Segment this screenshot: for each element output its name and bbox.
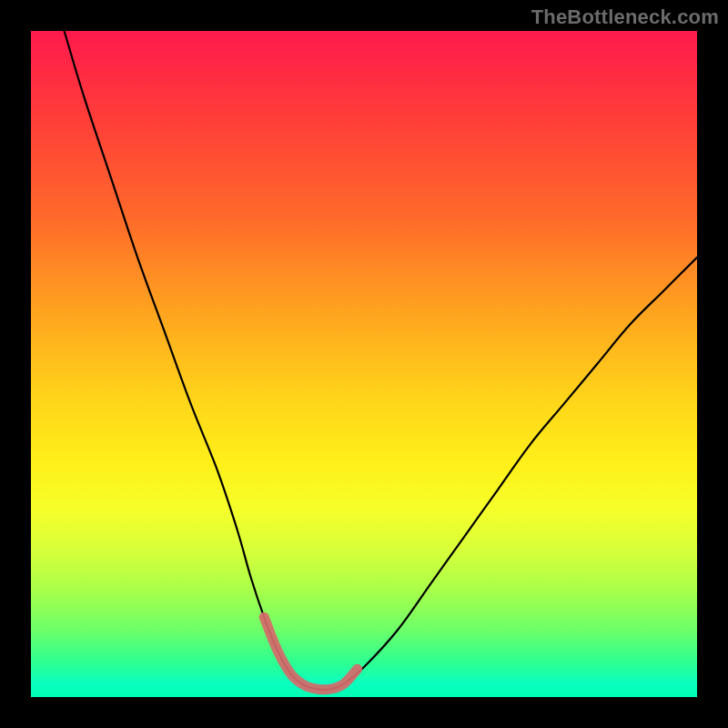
plot-area [31,31,697,697]
chart-svg [31,31,697,697]
bottom-highlight-curve [264,617,357,690]
bottleneck-curve [65,31,697,690]
watermark-text: TheBottleneck.com [531,5,719,29]
chart-container: TheBottleneck.com [0,0,728,728]
